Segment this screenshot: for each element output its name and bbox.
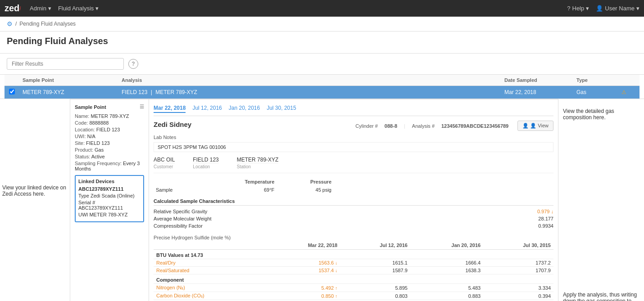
filter-bar: ? — [0, 54, 644, 75]
analysis-company: Zedi Sidney — [154, 121, 191, 128]
data-table: Mar 22, 2018 Jul 12, 2016 Jan 20, 2016 J… — [154, 241, 553, 301]
panel-title: Sample Point ☰ — [75, 104, 144, 110]
table-header: Sample Point Analysis Date Sampled Type — [5, 75, 639, 86]
row-warning: ⚠ — [621, 89, 635, 95]
station-location: FIELD 123 Location — [193, 157, 218, 169]
gear-icon[interactable]: ⚙ — [7, 20, 13, 27]
rsg-row: Relative Specific Gravity 0.979 ↓ — [154, 208, 553, 215]
col-actions — [621, 77, 635, 83]
chevron-down-icon: ▾ — [48, 5, 51, 12]
row-type: Gas — [576, 89, 621, 95]
linked-device-callout: View your linked device on Zedi Access h… — [2, 184, 68, 197]
date-tab-0[interactable]: Mar 22, 2018 — [154, 104, 186, 113]
menu-icon[interactable]: ☰ — [140, 104, 144, 110]
device-serial: Serial # ABC123789XYZ111 — [78, 200, 141, 211]
analysis-panel: Mar 22, 2018 Jul 12, 2016 Jan 20, 2016 J… — [149, 99, 558, 301]
breadcrumb-separator: / — [15, 21, 17, 27]
sample-point-panel: Sample Point ☰ Name: METER 789-XYZ Code:… — [70, 99, 149, 301]
breadcrumb: ⚙ / Pending Fluid Analyses — [0, 17, 644, 31]
selected-table-row[interactable]: METER 789-XYZ FIELD 123 | METER 789-XYZ … — [5, 86, 639, 99]
btu-real-sat: Real/Saturated 1537.4 ↓ 1587.9 1638.3 17… — [154, 267, 553, 274]
row-sample-point: METER 789-XYZ — [23, 89, 122, 95]
callout-apply: Apply the analysis, thus writing down th… — [563, 292, 639, 301]
analysis-header: Zedi Sidney Cylinder # 088-8 | Analysis … — [154, 121, 553, 131]
info-uwi: UWI: N/A — [75, 134, 144, 139]
info-sampling: Sampling Frequency: Every 3 Months — [75, 161, 144, 171]
user-icon: 👤 — [522, 123, 529, 128]
col-sample-point: Sample Point — [23, 77, 122, 83]
right-callouts: View the detailed gas composition here. … — [558, 99, 644, 301]
warning-icon: ⚠ — [621, 89, 626, 95]
h2s-row: Precise Hydrogen Sulfide (mole %) — [154, 234, 553, 241]
linked-devices-box: Linked Devices ABC123789XYZ111 Type Zedi… — [75, 175, 144, 222]
row-date: Mar 22, 2018 — [504, 89, 576, 95]
calc-section: Calculated Sample Characteristics Relati… — [154, 198, 553, 229]
chevron-down-icon: ▾ — [95, 5, 99, 12]
info-product: Product: Gas — [75, 147, 144, 153]
row-analysis: FIELD 123 | METER 789-XYZ — [122, 89, 504, 95]
question-icon: ? — [567, 5, 570, 12]
chevron-down-icon: ▾ — [636, 5, 639, 12]
nav-help[interactable]: ? Help ▾ — [567, 5, 589, 12]
user-icon: 👤 — [596, 5, 603, 12]
col-checkbox — [9, 77, 23, 83]
info-location: Location: FIELD 123 — [75, 127, 144, 132]
chevron-down-icon: ▾ — [586, 5, 589, 12]
main-panel: Sample Point ☰ Name: METER 789-XYZ Code:… — [70, 99, 558, 301]
info-status: Status: Active — [75, 154, 144, 159]
info-site: Site: FIELD 123 — [75, 140, 144, 146]
data-table-header: Mar 22, 2018 Jul 12, 2016 Jan 20, 2016 J… — [154, 241, 553, 250]
nav-admin[interactable]: Admin ▾ — [30, 5, 51, 12]
station-name: METER 789-XYZ Station — [237, 157, 279, 169]
left-callout: View your linked device on Zedi Access h… — [0, 99, 70, 301]
col-date-sampled: Date Sampled — [504, 77, 576, 83]
date-tabs: Mar 22, 2018 Jul 12, 2016 Jan 20, 2016 J… — [154, 104, 553, 116]
lab-notes-label: Lab Notes — [154, 135, 553, 140]
page-header: Pending Fluid Analyses — [0, 31, 644, 54]
nav-right: ? Help ▾ 👤 User Name ▾ — [567, 5, 639, 12]
lab-notes-text: SPOT H2S 3PPM TAG 001006 — [154, 142, 553, 152]
cylinder-info: Cylinder # 088-8 | Analysis # 123456789A… — [355, 123, 508, 129]
callout-view: View the detailed gas composition here. — [563, 108, 639, 121]
logo-text: zed — [5, 3, 19, 13]
btu-title-row: BTU Values at 14.73 — [154, 250, 553, 259]
nav-items: Admin ▾ Fluid Analysis ▾ — [30, 5, 567, 12]
sample-row: Sample 69°F 45 psig — [154, 186, 334, 194]
sample-table: Temperature Pressure Sample 69°F 45 psig — [154, 178, 334, 194]
btu-real-dry: Real/Dry 1563.6 ↓ 1615.1 1666.4 1737.2 — [154, 259, 553, 267]
info-name: Name: METER 789-XYZ — [75, 113, 144, 119]
date-tab-2[interactable]: Jan 20, 2016 — [229, 104, 260, 113]
calc-title: Calculated Sample Characteristics — [154, 198, 553, 206]
nav-user[interactable]: 👤 User Name ▾ — [596, 5, 639, 12]
cf-row: Compressibility Factor 0.9934 — [154, 222, 553, 229]
page-title: Pending Fluid Analyses — [7, 36, 637, 46]
date-tab-1[interactable]: Jul 12, 2016 — [192, 104, 222, 113]
filter-input[interactable] — [7, 58, 124, 70]
logo-i: i — [19, 5, 21, 12]
nav-fluid-analysis[interactable]: Fluid Analysis ▾ — [58, 5, 99, 12]
help-icon[interactable]: ? — [128, 59, 138, 69]
breadcrumb-current: Pending Fluid Analyses — [19, 21, 76, 27]
station-customer: ABC OIL Customer — [154, 157, 175, 169]
date-tab-3[interactable]: Jul 30, 2015 — [267, 104, 296, 113]
device-uwi: UWI METER 789-XYZ — [78, 212, 141, 217]
station-row: ABC OIL Customer FIELD 123 Location METE… — [154, 157, 553, 173]
logo[interactable]: zed i — [5, 3, 21, 13]
component-co2: Carbon Dioxide (CO₂) 0.850 ↑ 0.803 0.883… — [154, 292, 553, 300]
view-button[interactable]: 👤 👤 View — [517, 121, 553, 131]
component-title-row: Component — [154, 274, 553, 284]
linked-devices-title: Linked Devices — [78, 179, 141, 184]
device-name: ABC123789XYZ111 — [78, 186, 141, 192]
device-type: Type Zedi Scada (Online) — [78, 193, 141, 198]
col-analysis: Analysis — [122, 77, 504, 83]
arrow-down-icon: ↓ — [551, 209, 554, 214]
component-n2: Nitrogen (N₂) 5.492 ↑ 5.895 5.483 3.334 — [154, 284, 553, 292]
amw-row: Average Molecular Weight 28.177 — [154, 215, 553, 222]
row-checkbox[interactable] — [9, 89, 23, 96]
info-code: Code: 8888888 — [75, 120, 144, 126]
rsg-value: 0.979 ↓ — [537, 209, 553, 214]
top-navigation: zed i Admin ▾ Fluid Analysis ▾ ? Help ▾ … — [0, 0, 644, 17]
col-type: Type — [576, 77, 621, 83]
